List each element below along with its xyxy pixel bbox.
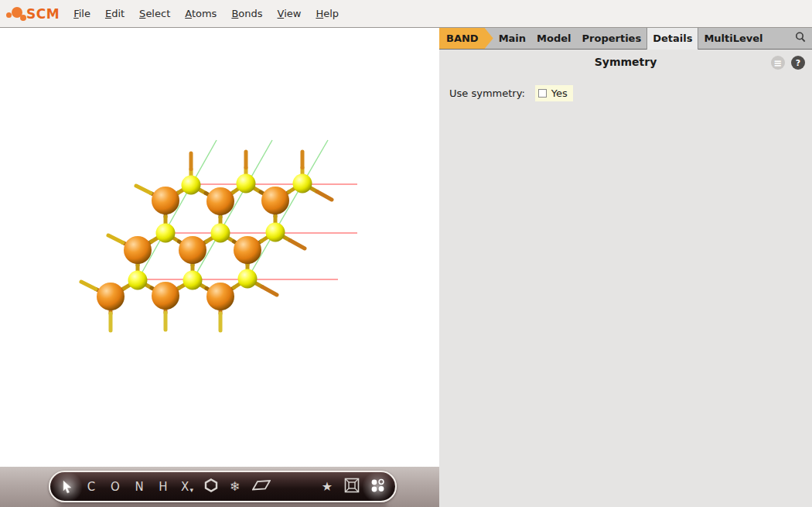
viewer-bottom-band: C O N H X▾ ❄: [0, 467, 439, 507]
molecule-svg: [0, 28, 439, 467]
element-h-button[interactable]: H: [156, 475, 170, 498]
input-panel: BAND Main Model Properties Details Multi…: [439, 28, 812, 507]
atom-toolbar: C O N H X▾ ❄: [49, 471, 397, 502]
hamburger-icon: ≡: [774, 57, 783, 69]
ring-tool-button[interactable]: [204, 475, 218, 498]
tabbar: BAND Main Model Properties Details Multi…: [439, 28, 812, 50]
hexagon-icon: [204, 478, 218, 495]
scm-logo-icon: [6, 5, 26, 23]
molecule-viewer[interactable]: [0, 28, 439, 467]
snowflake-icon: ❄: [230, 479, 240, 494]
tab-details[interactable]: Details: [647, 28, 698, 50]
scm-band-window: SCM File Edit Select Atoms Bonds View He…: [0, 0, 812, 507]
question-mark-icon: ?: [796, 58, 800, 68]
element-x-caret-icon: ▾: [189, 486, 193, 498]
star-icon: ★: [322, 479, 333, 494]
menu-file[interactable]: File: [70, 8, 94, 19]
menu-view[interactable]: View: [275, 8, 305, 19]
element-c-button[interactable]: C: [84, 475, 98, 498]
structures-button[interactable]: ★: [320, 475, 334, 498]
tab-main[interactable]: Main: [493, 28, 531, 49]
select-cursor-tool[interactable]: [60, 475, 74, 498]
use-symmetry-row: Use symmetry: Yes: [449, 85, 573, 101]
scm-logo: SCM: [6, 5, 60, 23]
element-x-button[interactable]: X▾: [180, 475, 194, 498]
element-n-button[interactable]: N: [132, 475, 146, 498]
crystal-viewer-button[interactable]: [344, 475, 360, 498]
tab-properties[interactable]: Properties: [577, 28, 647, 49]
menubar: SCM File Edit Select Atoms Bonds View He…: [0, 0, 812, 28]
tab-model[interactable]: Model: [531, 28, 576, 49]
search-icon: [794, 31, 807, 46]
search-button[interactable]: [794, 28, 807, 49]
menu-atoms[interactable]: Atoms: [182, 8, 220, 19]
crystal-box-icon: [344, 478, 360, 496]
menu-select[interactable]: Select: [136, 8, 173, 19]
pre-optimize-button[interactable]: ❄: [228, 475, 242, 498]
panel-title: Symmetry: [439, 56, 812, 68]
help-button[interactable]: ?: [791, 56, 805, 70]
panel-header: Symmetry ≡ ?: [439, 56, 812, 71]
parallelogram-icon: [252, 479, 271, 495]
menu-help[interactable]: Help: [312, 8, 342, 19]
toolbar-reflection: [58, 503, 387, 507]
use-symmetry-field[interactable]: Yes: [535, 85, 573, 101]
panel-menu-button[interactable]: ≡: [771, 56, 785, 70]
scm-logo-text: SCM: [26, 6, 60, 22]
dots-grid-icon: [370, 478, 385, 496]
lattice-tool-button[interactable]: [252, 475, 271, 498]
use-symmetry-label: Use symmetry:: [449, 87, 525, 99]
use-symmetry-checkbox-label: Yes: [551, 87, 568, 99]
menu-edit[interactable]: Edit: [102, 8, 128, 19]
tab-band[interactable]: BAND: [439, 28, 493, 49]
display-options-button[interactable]: [370, 475, 385, 498]
element-o-button[interactable]: O: [108, 475, 122, 498]
menu-bonds[interactable]: Bonds: [228, 8, 265, 19]
tab-multilevel[interactable]: MultiLevel: [698, 28, 768, 49]
use-symmetry-checkbox[interactable]: [538, 89, 547, 98]
